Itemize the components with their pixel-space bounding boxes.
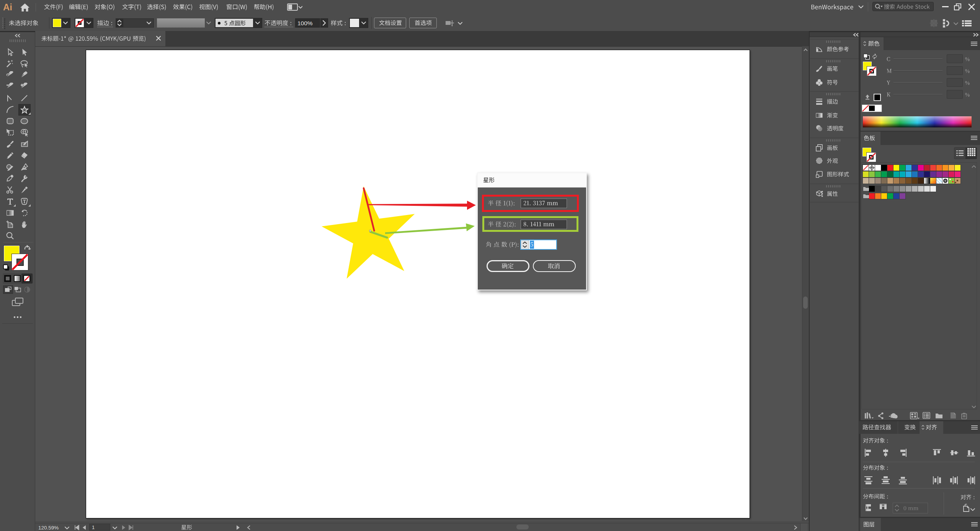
svg-text:100%: 100%: [297, 20, 313, 26]
svg-text:Ai: Ai: [3, 2, 12, 12]
svg-text:1: 1: [92, 524, 95, 530]
svg-text:120.59%: 120.59%: [38, 525, 59, 531]
